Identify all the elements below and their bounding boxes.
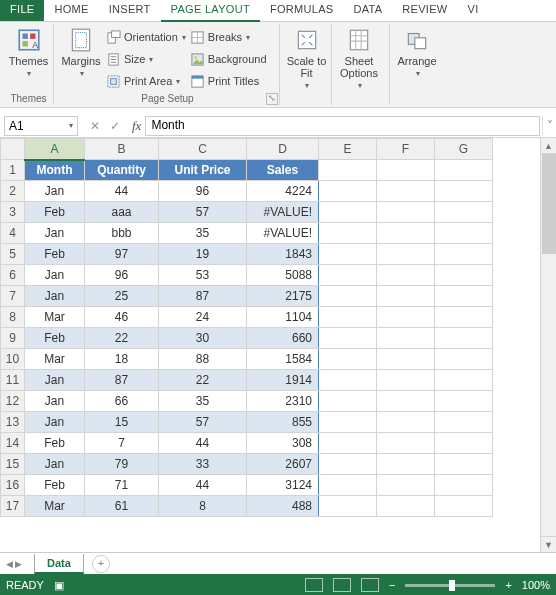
scale-to-fit-button[interactable]: Scale to Fit ▾: [286, 25, 327, 90]
cell[interactable]: [319, 307, 377, 328]
tab-formulas[interactable]: FORMULAS: [260, 0, 344, 21]
cell[interactable]: [319, 391, 377, 412]
cell[interactable]: 87: [159, 286, 247, 307]
cell[interactable]: Feb: [25, 328, 85, 349]
add-sheet-button[interactable]: +: [92, 555, 110, 573]
cell[interactable]: 15: [85, 412, 159, 433]
column-header-E[interactable]: E: [319, 139, 377, 160]
cell[interactable]: 18: [85, 349, 159, 370]
arrange-button[interactable]: Arrange ▾: [396, 25, 438, 78]
chevron-down-icon[interactable]: ▾: [68, 121, 73, 130]
cell[interactable]: 308: [247, 433, 319, 454]
cell[interactable]: 3124: [247, 475, 319, 496]
cell[interactable]: Jan: [25, 223, 85, 244]
row-header[interactable]: 9: [1, 328, 25, 349]
row-header[interactable]: 3: [1, 202, 25, 223]
cell[interactable]: [435, 328, 493, 349]
row-header[interactable]: 5: [1, 244, 25, 265]
page-setup-launcher-icon[interactable]: ⤡: [266, 93, 278, 105]
column-header-B[interactable]: B: [85, 139, 159, 160]
row-header[interactable]: 11: [1, 370, 25, 391]
cell[interactable]: 44: [159, 433, 247, 454]
zoom-out-icon[interactable]: −: [389, 579, 395, 591]
themes-button[interactable]: A Themes ▾: [8, 25, 49, 78]
zoom-slider[interactable]: [405, 584, 495, 587]
cell[interactable]: [435, 244, 493, 265]
cell[interactable]: [377, 265, 435, 286]
cell[interactable]: 61: [85, 496, 159, 517]
formula-input[interactable]: [151, 118, 534, 132]
cell[interactable]: 1914: [247, 370, 319, 391]
macro-record-icon[interactable]: ▣: [54, 579, 64, 592]
cell[interactable]: [319, 349, 377, 370]
row-header[interactable]: 15: [1, 454, 25, 475]
column-header-A[interactable]: A: [25, 139, 85, 160]
cell[interactable]: [319, 496, 377, 517]
cell[interactable]: 7: [85, 433, 159, 454]
row-header[interactable]: 2: [1, 181, 25, 202]
cell[interactable]: Feb: [25, 475, 85, 496]
cell[interactable]: [319, 181, 377, 202]
fx-icon[interactable]: fx: [128, 118, 145, 134]
cell[interactable]: Sales: [247, 160, 319, 181]
cell[interactable]: Month: [25, 160, 85, 181]
sheet-nav-next-icon[interactable]: ▶: [15, 559, 22, 569]
cell[interactable]: [435, 181, 493, 202]
cell[interactable]: 97: [85, 244, 159, 265]
sheet-table[interactable]: ABCDEFG1MonthQuantityUnit PriceSales2Jan…: [0, 138, 493, 517]
print-area-button[interactable]: Print Area▾: [106, 71, 186, 91]
cell[interactable]: [435, 160, 493, 181]
sheet-tab-data[interactable]: Data: [34, 554, 84, 574]
cell[interactable]: Unit Price: [159, 160, 247, 181]
size-button[interactable]: Size▾: [106, 49, 186, 69]
cell[interactable]: [377, 475, 435, 496]
cell[interactable]: 8: [159, 496, 247, 517]
cell[interactable]: 1843: [247, 244, 319, 265]
zoom-level[interactable]: 100%: [522, 579, 550, 591]
row-header[interactable]: 10: [1, 349, 25, 370]
scroll-down-icon[interactable]: ▼: [541, 536, 556, 552]
tab-insert[interactable]: INSERT: [99, 0, 161, 21]
view-normal-icon[interactable]: [305, 578, 323, 592]
enter-formula-icon[interactable]: ✓: [108, 119, 122, 133]
cell[interactable]: [435, 223, 493, 244]
column-header-F[interactable]: F: [377, 139, 435, 160]
cell[interactable]: [319, 265, 377, 286]
cell[interactable]: 44: [159, 475, 247, 496]
row-header[interactable]: 16: [1, 475, 25, 496]
cell[interactable]: 66: [85, 391, 159, 412]
cell[interactable]: [319, 370, 377, 391]
cell[interactable]: 2310: [247, 391, 319, 412]
cell[interactable]: Jan: [25, 370, 85, 391]
cell[interactable]: #VALUE!: [247, 202, 319, 223]
cell[interactable]: [435, 370, 493, 391]
cell[interactable]: 1104: [247, 307, 319, 328]
cancel-formula-icon[interactable]: ✕: [88, 119, 102, 133]
cell[interactable]: 87: [85, 370, 159, 391]
sheet-options-button[interactable]: Sheet Options ▾: [338, 25, 380, 90]
scroll-thumb[interactable]: [542, 154, 556, 254]
cell[interactable]: [319, 433, 377, 454]
cell[interactable]: [435, 391, 493, 412]
cell[interactable]: 71: [85, 475, 159, 496]
row-header[interactable]: 14: [1, 433, 25, 454]
cell[interactable]: [319, 286, 377, 307]
cell[interactable]: 96: [85, 265, 159, 286]
view-page-layout-icon[interactable]: [333, 578, 351, 592]
cell[interactable]: 35: [159, 223, 247, 244]
cell[interactable]: [377, 244, 435, 265]
cell[interactable]: Jan: [25, 286, 85, 307]
cell[interactable]: [435, 496, 493, 517]
cell[interactable]: 488: [247, 496, 319, 517]
cell[interactable]: 44: [85, 181, 159, 202]
cell[interactable]: [319, 244, 377, 265]
cell[interactable]: [435, 265, 493, 286]
cell[interactable]: [377, 202, 435, 223]
cell[interactable]: 24: [159, 307, 247, 328]
cell[interactable]: [377, 391, 435, 412]
cell[interactable]: 57: [159, 202, 247, 223]
cell[interactable]: 57: [159, 412, 247, 433]
row-header[interactable]: 8: [1, 307, 25, 328]
orientation-button[interactable]: Orientation▾: [106, 27, 186, 47]
vertical-scrollbar[interactable]: ▲ ▼: [540, 138, 556, 552]
